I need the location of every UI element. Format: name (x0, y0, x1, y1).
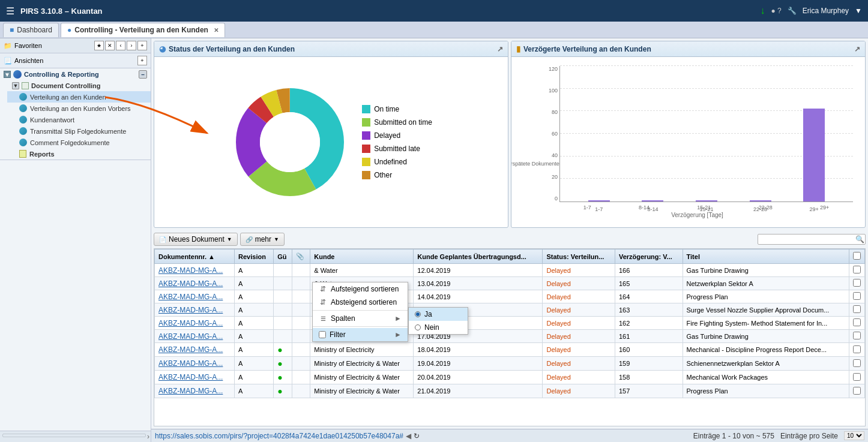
x-label-29plus: 29+ (820, 205, 829, 211)
cell-doc[interactable]: AKBZ-MAD-MG-A... (155, 384, 235, 398)
add-view-icon[interactable]: + (137, 56, 147, 65)
sidebar-item-transmittal[interactable]: Transmittal Slip Folgedokumente (7, 125, 151, 137)
star-icon[interactable]: ★ (94, 41, 104, 50)
x-axis-title: Verzögerung [Tage] (541, 212, 853, 218)
prev-fav-icon[interactable]: ‹ (116, 41, 125, 50)
sidebar-item-comment[interactable]: Comment Folgedokumente (7, 137, 151, 148)
search-input[interactable] (758, 234, 866, 245)
sort-asc-item[interactable]: ⇵ Aufsteigend sortieren (313, 282, 408, 296)
doc-controlling-title[interactable]: ▼ Document Controlling (7, 80, 151, 91)
cell-checkbox[interactable] (849, 317, 865, 330)
mehr-btn[interactable]: 🔗 mehr ▼ (240, 233, 285, 246)
refresh-btn[interactable]: ↻ (414, 432, 420, 440)
tab-close-btn[interactable]: ✕ (214, 27, 219, 34)
mehr-dropdown-icon[interactable]: ▼ (274, 236, 279, 242)
new-doc-dropdown-icon[interactable]: ▼ (227, 236, 232, 242)
tab-controlling[interactable]: ● Controlling - Verteilung an den Kunden… (61, 23, 225, 37)
scroll-right-btn[interactable]: › (147, 432, 149, 441)
user-name[interactable]: Erica Murphey (803, 7, 849, 15)
sidebar-item-kundenantwort[interactable]: Kundenantwort (7, 114, 151, 125)
add-fav-icon[interactable]: + (137, 41, 147, 50)
col-attach[interactable]: 📎 (292, 249, 310, 264)
cell-title: Netzwerkplan Sektor A (683, 277, 849, 290)
col-checkbox-all[interactable] (849, 249, 865, 264)
reports-label: Reports (29, 151, 55, 158)
nav-prev-btn[interactable]: ◀ (406, 432, 411, 440)
sort-desc-item[interactable]: ⇵ Absteigend sortieren (313, 296, 408, 309)
search-btn[interactable]: 🔍 (855, 235, 864, 243)
sidebar-item-verteilung[interactable]: Verteilung an den Kunden (7, 91, 151, 103)
cell-doc[interactable]: AKBZ-MAD-MG-A... (155, 303, 235, 317)
hamburger-menu[interactable]: ☰ (6, 5, 14, 17)
cell-attach (292, 330, 310, 343)
controlling-expand-icon[interactable]: ▼ (4, 71, 11, 78)
sub-nein-item[interactable]: Nein (409, 321, 468, 334)
cell-delay: 159 (615, 357, 683, 371)
filter-checkbox[interactable] (319, 331, 326, 338)
cell-doc[interactable]: AKBZ-MAD-MG-A... (155, 357, 235, 371)
cell-checkbox[interactable] (849, 330, 865, 343)
cell-gu (274, 264, 292, 277)
wrench-icon[interactable]: 🔧 (788, 7, 797, 15)
new-doc-btn[interactable]: 📄 Neues Dokument ▼ (154, 233, 238, 246)
nein-radio[interactable] (415, 324, 421, 330)
cell-checkbox[interactable] (849, 384, 865, 398)
cell-doc[interactable]: AKBZ-MAD-MG-A... (155, 330, 235, 343)
per-page-select[interactable]: 10 25 50 (844, 431, 864, 440)
col-revision[interactable]: Revision (235, 249, 274, 264)
spalten-item[interactable]: ☰ Spalten ► (313, 312, 408, 325)
cell-checkbox[interactable] (849, 357, 865, 371)
table-row: AKBZ-MAD-MG-A... A ● Ministry of Electri… (155, 343, 865, 357)
ja-radio[interactable] (415, 311, 421, 317)
right-chart-panel: ▮ Verzögerte Verteilung an den Kunden ↗ … (511, 41, 866, 228)
sort-asc-label: Aufsteigend sortieren (331, 285, 399, 293)
controlling-minus-btn[interactable]: – (139, 70, 147, 79)
cell-doc[interactable]: AKBZ-MAD-MG-A... (155, 264, 235, 277)
cell-doc[interactable]: AKBZ-MAD-MG-A... (155, 371, 235, 384)
cell-checkbox[interactable] (849, 290, 865, 303)
col-title[interactable]: Titel (683, 249, 849, 264)
cell-checkbox[interactable] (849, 303, 865, 317)
filter-item[interactable]: Filter ► (313, 328, 408, 341)
favorites-label: Favoriten (14, 42, 42, 49)
y-axis-labels: 0 20 40 60 80 100 120 (542, 66, 558, 202)
download-icon[interactable]: ↓ (760, 5, 765, 16)
legend-submitted-late: Submitted late (362, 145, 432, 153)
sub-ja-item[interactable]: Ja (409, 308, 468, 321)
col-gu[interactable]: Gü (274, 249, 292, 264)
table-row: AKBZ-MAD-MG-A... A ● Ministry of Electri… (155, 357, 865, 371)
legend-label-submitted-on-time: Submitted on time (374, 118, 432, 127)
cell-status: Delayed (543, 371, 615, 384)
cell-doc[interactable]: AKBZ-MAD-MG-A... (155, 277, 235, 290)
select-all-checkbox[interactable] (853, 252, 861, 260)
data-table-wrapper[interactable]: Dokumentennr. ▲ Revision Gü 📎 Kunde Kund… (154, 248, 866, 426)
cell-checkbox[interactable] (849, 371, 865, 384)
tab-dashboard[interactable]: ■ Dashboard (3, 23, 59, 37)
cell-doc[interactable]: AKBZ-MAD-MG-A... (155, 290, 235, 303)
verteilung-icon (19, 93, 27, 101)
question-icon[interactable]: ● ? (771, 7, 781, 15)
cell-checkbox[interactable] (849, 343, 865, 357)
left-chart-expand-icon[interactable]: ↗ (497, 45, 503, 53)
sidebar-item-reports[interactable]: Reports (7, 148, 151, 160)
sidebar-item-verteilung-vorh[interactable]: Verteilung an den Kunden Vorbers (7, 103, 151, 114)
cell-doc[interactable]: AKBZ-MAD-MG-A... (155, 317, 235, 330)
cell-checkbox[interactable] (849, 264, 865, 277)
next-fav-icon[interactable]: › (127, 41, 136, 50)
col-dokumentennr[interactable]: Dokumentennr. ▲ (155, 249, 235, 264)
col-kunde[interactable]: Kunde (310, 249, 414, 264)
cell-checkbox[interactable] (849, 277, 865, 290)
scroll-bar[interactable] (2, 434, 146, 437)
col-status[interactable]: Status: Verteilun... (543, 249, 615, 264)
cell-doc[interactable]: AKBZ-MAD-MG-A... (155, 343, 235, 357)
doc-expand-btn[interactable]: ▼ (12, 82, 19, 89)
right-chart-expand-icon[interactable]: ↗ (854, 45, 860, 53)
status-bar-right: Einträge 1 - 10 von ~ 575 Einträge pro S… (693, 431, 864, 440)
col-date[interactable]: Kunde Geplantes Übertragungsd... (414, 249, 543, 264)
user-dropdown-icon[interactable]: ▼ (855, 7, 862, 15)
cell-status: Delayed (543, 264, 615, 277)
views-label: Ansichten (14, 57, 43, 64)
col-delay[interactable]: Verzögerung: V... (615, 249, 683, 264)
cell-attach (292, 371, 310, 384)
remove-fav-icon[interactable]: ✕ (105, 41, 115, 50)
